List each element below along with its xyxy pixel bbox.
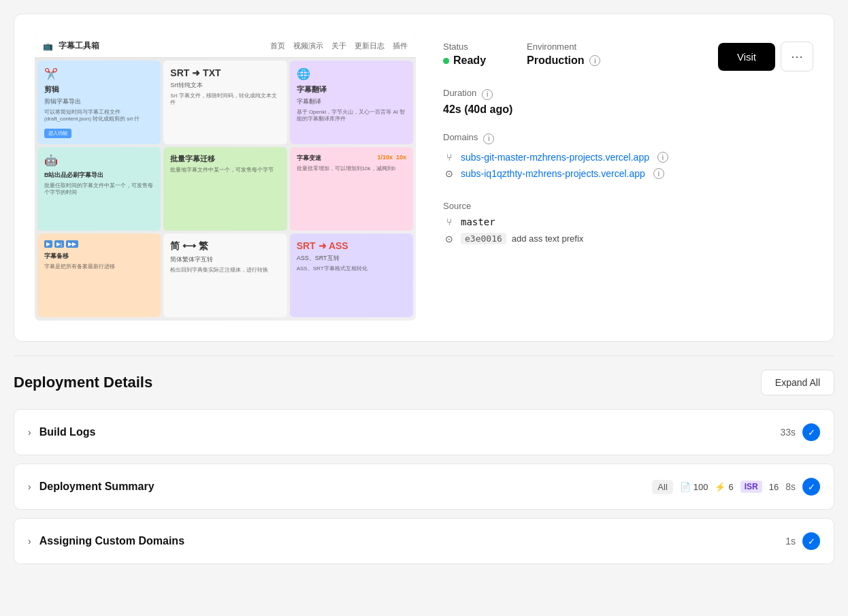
- check-icon-deployment-summary: ✓: [802, 478, 820, 496]
- accordion-header-build-logs[interactable]: › Build Logs 33s ✓: [28, 410, 820, 455]
- accordion-left-deployment-summary: › Deployment Summary: [28, 481, 154, 493]
- domain-link-1[interactable]: subs-iq1qzthty-mzhrens-projects.vercel.a…: [461, 168, 645, 179]
- domain-branch-icon-0: ⑂: [443, 152, 455, 163]
- accordion-left-build-logs: › Build Logs: [28, 426, 95, 438]
- isr-count: 16: [769, 482, 779, 492]
- domains-label: Domains: [443, 132, 478, 142]
- domains-section: Domains i ⑂ subs-git-master-mzhrens-proj…: [443, 132, 813, 184]
- nav-changelog[interactable]: 更新日志: [355, 41, 385, 51]
- visit-button[interactable]: Visit: [718, 43, 775, 71]
- domains-label-row: Domains i: [443, 132, 813, 145]
- nav-plugin[interactable]: 插件: [393, 41, 408, 51]
- preview-cell-4: 批量字幕迁移 批量地字幕文件中某一个，可发售每个字节: [163, 147, 287, 231]
- stat-badge-funcs: ⚡ 6: [715, 482, 733, 492]
- preview-area: 📺 字幕工具箱 首页 视频演示 关于 更新日志 插件 ✂️ 剪辑 剪辑字幕导出 …: [35, 35, 416, 321]
- nav-home[interactable]: 首页: [270, 41, 285, 51]
- accordion-right-build-logs: 33s ✓: [780, 423, 820, 441]
- separator: [14, 355, 834, 356]
- preview-cell-8: SRT ➜ ASS ASS、SRT互转 ASS、SRT字幕格式互相转化: [290, 233, 413, 317]
- domain-commit-icon-1: ⊙: [443, 168, 455, 179]
- info-top: Status Ready Environment Production i Vi…: [443, 42, 813, 71]
- expand-all-button[interactable]: Expand All: [761, 370, 834, 395]
- status-dot: [443, 58, 449, 64]
- nav-demo[interactable]: 视频演示: [293, 41, 323, 51]
- preview-cell-7: 简 ⟷ 繁 简体繁体字互转 检出回到字典集实际正注规体，进行转换: [163, 233, 287, 317]
- cell-subtitle-1: Srt转纯文本: [170, 81, 280, 90]
- source-branch: master: [461, 216, 495, 227]
- page-icon: 📄: [680, 482, 691, 492]
- accordion-header-custom-domains[interactable]: › Assigning Custom Domains 1s ✓: [28, 519, 820, 564]
- accordion-build-logs: › Build Logs 33s ✓: [14, 409, 834, 455]
- source-commit-msg: add ass text prefix: [512, 233, 584, 244]
- chevron-icon-custom-domains: ›: [28, 536, 31, 547]
- status-label: Status: [443, 42, 486, 52]
- duration-info-icon[interactable]: i: [482, 89, 493, 100]
- more-button[interactable]: ⋯: [781, 42, 813, 71]
- check-icon-custom-domains: ✓: [802, 532, 820, 550]
- cell-title-0: 剪辑: [44, 84, 154, 95]
- cell-desc-6: 字幕是把所有备案最新行进移: [44, 263, 154, 270]
- preview-cell-3: 🤖 B站出品必刷字幕导出 批量任取时间的字幕文件中某一个，可发售每个字节的时间: [37, 147, 161, 231]
- preview-icon: 📺: [43, 42, 53, 51]
- source-commit-row: ⊙ e3e0016 add ass text prefix: [443, 233, 813, 244]
- env-label: Environment: [527, 42, 600, 52]
- status-value: Ready: [453, 54, 486, 67]
- isr-badge: ISR: [740, 481, 762, 493]
- cell-desc-1: Srt 字幕文件，移除时间码，转化成纯文本文件: [170, 93, 280, 107]
- duration-badge-build-logs: 33s: [780, 427, 796, 438]
- source-commit-icon: ⊙: [443, 233, 455, 244]
- accordion-right-deployment-summary: All 📄 100 ⚡ 6 ISR 16 8s ✓: [652, 478, 820, 496]
- cell-desc-8: ASS、SRT字幕格式互相转化: [297, 265, 406, 272]
- cell-desc-2: 基于 Openki，字节火山，又心一百言等 AI 智能的字幕翻译库序件: [297, 109, 406, 123]
- cell-icon-0: ✂️: [44, 67, 154, 80]
- preview-cell-0: ✂️ 剪辑 剪辑字幕导出 可以将简短时间与字幕工程文件 (draft_conte…: [37, 61, 161, 144]
- accordion-right-custom-domains: 1s ✓: [785, 532, 820, 550]
- accordion-header-deployment-summary[interactable]: › Deployment Summary All 📄 100 ⚡ 6 ISR 1…: [28, 464, 820, 509]
- preview-cell-1: SRT ➜ TXT Srt转纯文本 Srt 字幕文件，移除时间码，转化成纯文本文…: [163, 61, 287, 144]
- cell-desc-3: 批量任取时间的字幕文件中某一个，可发售每个字节的时间: [44, 182, 154, 197]
- cell-desc-5: 批量批零增加，可以增加到10k，减阀到0: [297, 165, 406, 172]
- info-area: Status Ready Environment Production i Vi…: [443, 35, 813, 321]
- preview-cell-2: 🌐 字幕翻译 字幕翻译 基于 Openki，字节火山，又心一百言等 AI 智能的…: [290, 61, 413, 144]
- all-badge: All: [652, 480, 672, 494]
- source-branch-icon: ⑂: [443, 216, 455, 227]
- duration-badge-deployment-summary: 8s: [785, 481, 796, 492]
- duration-section: Duration i 42s (40d ago): [443, 88, 813, 116]
- preview-grid: ✂️ 剪辑 剪辑字幕导出 可以将简短时间与字幕工程文件 (draft_conte…: [35, 58, 416, 320]
- preview-cell-5: 字幕变速1/10x 10x 批量批零增加，可以增加到10k，减阀到0: [290, 147, 413, 231]
- source-section: Source ⑂ master ⊙ e3e0016 add ass text p…: [443, 201, 813, 250]
- cell-subtitle-2: 字幕翻译: [297, 97, 406, 106]
- func-icon: ⚡: [715, 482, 725, 492]
- domain-link-0[interactable]: subs-git-master-mzhrens-projects.vercel.…: [461, 152, 649, 163]
- status-row: Ready: [443, 54, 486, 67]
- domains-info-icon[interactable]: i: [483, 133, 494, 144]
- accordion-title-custom-domains: Assigning Custom Domains: [39, 535, 184, 547]
- domain-info-icon-1[interactable]: i: [653, 168, 664, 179]
- cell-btn-0[interactable]: 进入功能: [44, 129, 71, 138]
- domain-row-0: ⑂ subs-git-master-mzhrens-projects.verce…: [443, 152, 813, 163]
- status-section: Status Ready: [443, 42, 486, 67]
- cell-icon-3: 🤖: [44, 154, 154, 167]
- duration-badge-custom-domains: 1s: [785, 536, 796, 547]
- duration-value: 42s (40d ago): [443, 103, 813, 116]
- chevron-icon-build-logs: ›: [28, 427, 31, 438]
- info-actions: Visit ⋯: [718, 42, 813, 71]
- nav-about[interactable]: 关于: [331, 41, 346, 51]
- cell-title-2: 字幕翻译: [297, 84, 406, 95]
- accordion-custom-domains: › Assigning Custom Domains 1s ✓: [14, 518, 834, 564]
- cell-desc-4: 批量地字幕文件中某一个，可发售每个字节: [170, 167, 280, 174]
- details-header: Deployment Details Expand All: [14, 370, 834, 395]
- func-count: 6: [728, 482, 733, 492]
- accordion-title-build-logs: Build Logs: [39, 426, 96, 438]
- domain-row-1: ⊙ subs-iq1qzthty-mzhrens-projects.vercel…: [443, 168, 813, 179]
- source-branch-row: ⑂ master: [443, 216, 813, 227]
- env-info-icon[interactable]: i: [589, 55, 600, 66]
- cell-icon-2: 🌐: [297, 67, 406, 80]
- cell-desc-0: 可以将简短时间与字幕工程文件 (draft_content.json) 转化成粗…: [44, 109, 154, 123]
- domain-info-icon-0[interactable]: i: [657, 152, 668, 163]
- preview-title: 字幕工具箱: [59, 40, 99, 52]
- deployment-details: Deployment Details Expand All › Build Lo…: [0, 370, 848, 564]
- top-card: 📺 字幕工具箱 首页 视频演示 关于 更新日志 插件 ✂️ 剪辑 剪辑字幕导出 …: [14, 14, 834, 342]
- cell-desc-7: 检出回到字典集实际正注规体，进行转换: [170, 267, 280, 274]
- preview-nav: 首页 视频演示 关于 更新日志 插件: [270, 41, 408, 51]
